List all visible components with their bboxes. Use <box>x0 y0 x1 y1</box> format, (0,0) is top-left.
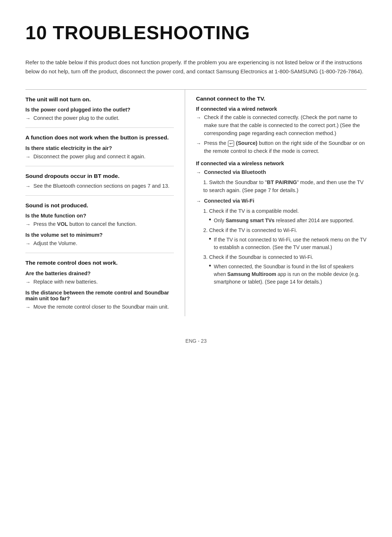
dot-text: If the TV is not connected to Wi-Fi, use… <box>214 236 367 251</box>
section-cannot-connect-tv: Cannot connect to the TV. If connected v… <box>196 90 367 291</box>
section-sound-not-produced: Sound is not produced. Is the Mute funct… <box>25 196 174 253</box>
bullet-item: → Move the remote control closer to the … <box>25 303 174 311</box>
troubleshooting-table: The unit will not turn on. Is the power … <box>25 89 367 316</box>
section-remote-not-work: The remote control does not work. Are th… <box>25 253 174 316</box>
subsection-title-batteries: Are the batteries drained? <box>25 270 174 276</box>
right-column: Cannot connect to the TV. If connected v… <box>185 90 367 316</box>
bullet-item: → Replace with new batteries. <box>25 278 174 286</box>
bullet-text: See the Bluetooth connection sections on… <box>33 182 174 190</box>
intro-paragraph: Refer to the table below if this product… <box>25 58 367 76</box>
bullet-item: → Adjust the Volume. <box>25 240 174 248</box>
wifi-item-2: 2. Check if the TV is connected to Wi-Fi… <box>203 227 367 235</box>
bullet-item: → See the Bluetooth connection sections … <box>25 182 174 190</box>
section-title: Cannot connect to the TV. <box>196 95 367 103</box>
chapter-title: 10 TROUBLESHOOTING <box>25 22 367 44</box>
dot-text: Only Samsung smart TVs released after 20… <box>214 217 354 224</box>
subsection-title-wireless: If connected via a wireless network <box>196 160 367 166</box>
arrow-icon: → <box>196 169 201 176</box>
subsection-title-power-cord: Is the power cord plugged into the outle… <box>25 107 174 113</box>
bullet-text: Press the VOL button to cancel the funct… <box>33 220 174 228</box>
source-icon: ↩ <box>228 141 234 147</box>
bullet-text: Disconnect the power plug and connect it… <box>33 153 174 161</box>
section-title: Sound is not produced. <box>25 202 174 209</box>
subsection-title-distance: Is the distance between the remote contr… <box>25 290 174 301</box>
bullet-item: → Press the ↩ (Source) button on the rig… <box>196 139 367 155</box>
arrow-icon: → <box>25 240 30 248</box>
section-unit-not-turn-on: The unit will not turn on. Is the power … <box>25 90 174 128</box>
bullet-text: Connect the power plug to the outlet. <box>33 114 174 122</box>
bullet-item: → Press the VOL button to cancel the fun… <box>25 220 174 228</box>
numbered-item-1: 1. Switch the Soundbar to "BT PAIRING" m… <box>203 179 367 195</box>
arrow-icon: → <box>196 140 201 147</box>
bullet-text: Adjust the Volume. <box>33 240 174 248</box>
bullet-text: Move the remote control closer to the So… <box>33 303 174 311</box>
section-sound-dropouts: Sound dropouts occur in BT mode. → See t… <box>25 166 174 196</box>
section-title: A function does not work when the button… <box>25 134 174 142</box>
dot-icon <box>209 219 211 220</box>
bullet-text: Press the ↩ (Source) button on the right… <box>204 139 367 155</box>
wifi-label: Connected via Wi-Fi <box>204 197 367 205</box>
connected-via-bluetooth-header: → Connected via Bluetooth <box>196 168 367 176</box>
dot-text: When connected, the Soundbar is found in… <box>214 263 367 286</box>
wifi-item-3: 3. Check if the Soundbar is connected to… <box>203 253 367 261</box>
arrow-icon: → <box>25 304 30 311</box>
section-function-not-work: A function does not work when the button… <box>25 128 174 166</box>
bullet-text: Check if the cable is connected correctl… <box>204 114 367 137</box>
subsection-title-mute: Is the Mute function on? <box>25 213 174 219</box>
wifi-dot-1: Only Samsung smart TVs released after 20… <box>209 217 367 224</box>
page-footer: ENG - 23 <box>25 338 367 344</box>
wifi-dot-2: If the TV is not connected to Wi-Fi, use… <box>209 236 367 251</box>
wifi-dot-3: When connected, the Soundbar is found in… <box>209 263 367 286</box>
dot-icon <box>209 238 211 240</box>
left-column: The unit will not turn on. Is the power … <box>25 90 185 316</box>
arrow-icon: → <box>196 114 201 122</box>
wifi-item-1: 1. Check if the TV is a compatible model… <box>203 207 367 215</box>
arrow-icon: → <box>25 221 30 228</box>
section-title: Sound dropouts occur in BT mode. <box>25 172 174 180</box>
arrow-icon: → <box>25 153 30 161</box>
section-title: The remote control does not work. <box>25 259 174 267</box>
arrow-icon: → <box>25 278 30 286</box>
arrow-icon: → <box>25 115 30 122</box>
arrow-icon: → <box>25 183 30 190</box>
bullet-item: → Disconnect the power plug and connect … <box>25 153 174 161</box>
subsection-title-volume: Is the volume set to minimum? <box>25 232 174 238</box>
bluetooth-label: Connected via Bluetooth <box>204 168 367 176</box>
subsection-title-static: Is there static electricity in the air? <box>25 145 174 151</box>
connected-via-wifi-header: → Connected via Wi-Fi <box>196 197 367 205</box>
section-title: The unit will not turn on. <box>25 95 174 103</box>
wifi-numbered-list: 1. Check if the TV is a compatible model… <box>203 207 367 285</box>
bluetooth-numbered-list: 1. Switch the Soundbar to "BT PAIRING" m… <box>203 179 367 195</box>
subsection-title-wired: If connected via a wired network <box>196 106 367 112</box>
bullet-item: → Check if the cable is connected correc… <box>196 114 367 137</box>
bullet-text: Replace with new batteries. <box>33 278 174 286</box>
bullet-item: → Connect the power plug to the outlet. <box>25 114 174 122</box>
dot-icon <box>209 265 211 267</box>
arrow-icon: → <box>196 198 201 205</box>
